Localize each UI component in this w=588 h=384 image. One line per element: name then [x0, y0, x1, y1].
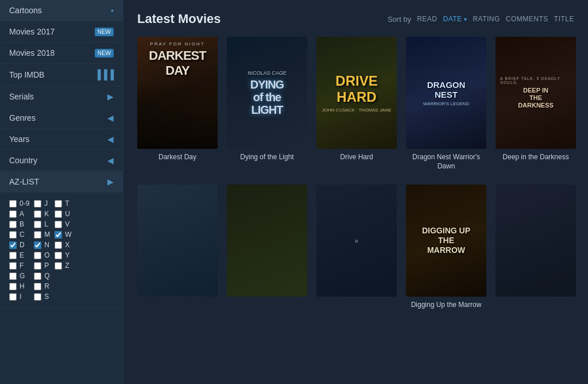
chevron-left-icon: ◀	[107, 113, 114, 122]
sidebar-item-label: Cartoons	[9, 6, 42, 15]
sidebar: Cartoons ▪ Movies 2017 NEW Movies 2018 N…	[0, 0, 123, 384]
az-item-k[interactable]: K	[34, 210, 50, 218]
az-item-q[interactable]: Q	[34, 272, 50, 280]
movie-card[interactable]: DIGGING UPTHEMARROW Digging Up the Marro…	[406, 185, 486, 310]
movie-title: Darkest Day	[158, 153, 196, 162]
az-checkbox-x[interactable]	[55, 241, 62, 249]
az-item-u[interactable]: U	[55, 210, 71, 218]
az-item-r[interactable]: R	[34, 282, 50, 290]
az-checkbox-n[interactable]	[34, 241, 41, 249]
az-item-d[interactable]: D	[9, 241, 29, 249]
sidebar-item-country[interactable]: Country ◀	[0, 150, 123, 171]
sort-bar: Sort by READ DATE RATING COMMENTS TITLE	[388, 15, 574, 24]
az-item-o[interactable]: O	[34, 251, 50, 259]
az-checkbox-f[interactable]	[9, 262, 17, 270]
az-item-h[interactable]: H	[9, 282, 29, 290]
az-item-z[interactable]: Z	[55, 262, 71, 270]
movie-poster: NICOLAS CAGE DYINGof theLIGHT	[227, 37, 307, 149]
az-checkbox-u[interactable]	[55, 210, 62, 218]
film-icon: ▪	[111, 6, 114, 15]
movie-title: Digging Up the Marrow	[411, 301, 482, 310]
az-checkbox-b[interactable]	[9, 221, 17, 228]
sort-option-rating[interactable]: RATING	[473, 15, 500, 23]
az-item-t[interactable]: T	[55, 199, 71, 208]
az-item-y[interactable]: Y	[55, 251, 71, 259]
az-checkbox-s[interactable]	[34, 293, 41, 301]
az-checkbox-w[interactable]	[55, 231, 62, 239]
movie-poster: DRIVEHARD JOHN CUSACK · THOMAS JANE	[316, 37, 397, 149]
az-checkbox-k[interactable]	[34, 210, 41, 218]
movie-poster	[496, 185, 576, 297]
sidebar-item-label: Movies 2018	[9, 48, 55, 57]
sidebar-item-label: Genres	[9, 113, 36, 122]
az-checkbox-t[interactable]	[55, 200, 62, 208]
sidebar-item-label: Movies 2017	[9, 27, 55, 36]
az-item-c[interactable]: C	[9, 231, 29, 239]
az-checkbox-e[interactable]	[9, 252, 17, 259]
az-checkbox-m[interactable]	[34, 231, 41, 239]
az-checkbox-a[interactable]	[9, 210, 17, 218]
sort-option-comments[interactable]: COMMENTS	[506, 15, 548, 23]
sidebar-item-label: Country	[9, 156, 37, 165]
az-checkbox-o[interactable]	[34, 252, 41, 259]
movie-poster: A BRIEF TALE. 5 DEADLY SOULS. DEEP INTHE…	[496, 37, 576, 149]
az-item-m[interactable]: M	[34, 231, 50, 239]
sidebar-item-movies2018[interactable]: Movies 2018 NEW	[0, 43, 123, 64]
az-checkbox-v[interactable]	[55, 221, 62, 228]
az-checkbox-g[interactable]	[9, 272, 17, 280]
az-item-l[interactable]: L	[34, 220, 50, 228]
az-item-x[interactable]: X	[55, 241, 71, 249]
movie-card[interactable]	[137, 185, 218, 310]
page-title: Latest Movies	[137, 11, 221, 26]
movie-card[interactable]: DRIVEHARD JOHN CUSACK · THOMAS JANE Driv…	[316, 37, 397, 171]
az-item-v[interactable]: V	[55, 220, 71, 228]
movie-card[interactable]: NICOLAS CAGE DYINGof theLIGHT Dying of t…	[227, 37, 307, 171]
az-item-09[interactable]: 0-9	[9, 199, 29, 208]
az-checkbox-q[interactable]	[34, 272, 41, 280]
sidebar-item-movies2017[interactable]: Movies 2017 NEW	[0, 21, 123, 43]
sort-option-title[interactable]: TITLE	[554, 15, 574, 23]
az-checkbox-09[interactable]	[9, 200, 17, 208]
az-item-s[interactable]: S	[34, 293, 50, 301]
sidebar-item-serials[interactable]: Serials ▶	[0, 86, 123, 107]
az-checkbox-y[interactable]	[55, 252, 62, 259]
sidebar-item-cartoons[interactable]: Cartoons ▪	[0, 0, 123, 21]
az-item-p[interactable]: P	[34, 262, 50, 270]
sort-option-read[interactable]: READ	[417, 15, 437, 23]
movie-card[interactable]	[496, 185, 576, 310]
az-item-j[interactable]: J	[34, 199, 50, 208]
movie-card[interactable]: A BRIEF TALE. 5 DEADLY SOULS. DEEP INTHE…	[496, 37, 576, 171]
az-item-f[interactable]: F	[9, 262, 29, 270]
movie-card[interactable]: PRAY FOR NIGHT DARKESTDAY Darkest Day	[137, 37, 218, 171]
movie-title: Deep in the Darkness	[502, 153, 568, 162]
movie-card[interactable]	[227, 185, 307, 310]
az-checkbox-l[interactable]	[34, 221, 41, 228]
sidebar-item-az-list[interactable]: AZ-LIST ▶	[0, 171, 123, 193]
sidebar-item-top-imdb[interactable]: Top IMDB ▐▐▐	[0, 64, 123, 86]
az-checkbox-h[interactable]	[9, 283, 17, 290]
movie-grid-row1: PRAY FOR NIGHT DARKESTDAY Darkest Day NI…	[137, 37, 574, 171]
movie-poster: PRAY FOR NIGHT DARKESTDAY	[137, 37, 218, 149]
az-item-n[interactable]: N	[34, 241, 50, 249]
az-checkbox-i[interactable]	[9, 293, 17, 301]
sort-option-date[interactable]: DATE	[443, 15, 467, 23]
az-checkbox-r[interactable]	[34, 283, 41, 290]
az-checkbox-p[interactable]	[34, 262, 41, 270]
chevron-left-icon: ◀	[107, 156, 114, 165]
az-checkbox-d[interactable]	[9, 241, 17, 249]
sidebar-item-genres[interactable]: Genres ◀	[0, 107, 123, 129]
sidebar-item-label: Serials	[9, 92, 34, 101]
az-item-b[interactable]: B	[9, 220, 29, 228]
az-checkbox-z[interactable]	[55, 262, 62, 270]
sidebar-item-years[interactable]: Years ◀	[0, 129, 123, 150]
az-checkbox-j[interactable]	[34, 200, 41, 208]
az-checkbox-c[interactable]	[9, 231, 17, 239]
az-item-a[interactable]: A	[9, 210, 29, 218]
az-item-e[interactable]: E	[9, 251, 29, 259]
az-item-i[interactable]: I	[9, 293, 29, 301]
az-col-3: T U V W X Y Z	[55, 199, 71, 301]
movie-card[interactable]: e	[316, 185, 397, 310]
az-item-g[interactable]: G	[9, 272, 29, 280]
az-item-w[interactable]: W	[55, 231, 71, 239]
movie-card[interactable]: DRAGONNEST WARRIOR'S LEGEND Dragon Nest …	[406, 37, 486, 171]
